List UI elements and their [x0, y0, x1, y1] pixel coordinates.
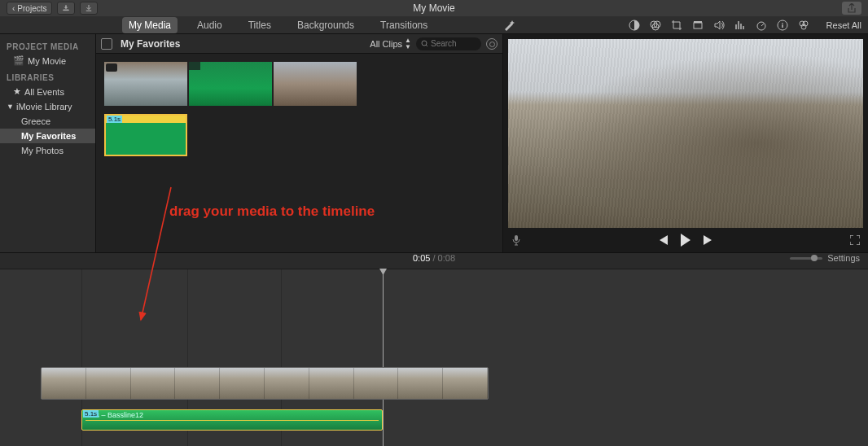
fullscreen-icon — [850, 235, 860, 245]
preview-panel — [503, 34, 868, 252]
timeline-zoom-slider[interactable] — [790, 257, 822, 260]
enhance-wand-button[interactable] — [502, 19, 515, 32]
stabilization-icon[interactable] — [691, 19, 704, 32]
share-button[interactable] — [842, 2, 861, 15]
sidebar-item-library[interactable]: ▼ iMovie Library — [0, 99, 95, 114]
search-icon — [421, 40, 428, 47]
play-button[interactable] — [680, 234, 691, 247]
timeline-body[interactable]: 5.1s 5.1s – Bassline12 — [0, 269, 868, 446]
clips-filter-dropdown[interactable]: All Clips ▲▼ — [370, 37, 411, 50]
timeline-header: 0:05 / 0:08 Settings — [0, 253, 868, 269]
annotation-text: drag your media to the timeline — [169, 203, 375, 220]
clip-thumbnail[interactable] — [189, 62, 272, 106]
audio-waveform — [85, 420, 379, 421]
import-icon — [63, 4, 69, 12]
video-audio-waveform — [42, 399, 488, 400]
search-placeholder: Search — [431, 39, 457, 48]
sidebar-event-greece[interactable]: Greece — [0, 114, 95, 129]
playhead[interactable] — [383, 269, 384, 446]
speed-icon[interactable] — [755, 19, 768, 32]
updown-icon: ▲▼ — [405, 37, 411, 50]
clip-thumbnail[interactable] — [274, 62, 357, 106]
media-browser: My Favorites All Clips ▲▼ Search 5.1s d — [96, 34, 503, 252]
timeline-area: 0:05 / 0:08 Settings 5.1s 5.1s – Basslin… — [0, 252, 868, 446]
sidebar-item-all-events[interactable]: ★ All Events — [0, 84, 95, 99]
fullscreen-button[interactable] — [850, 235, 860, 245]
mic-icon — [511, 234, 521, 246]
crop-icon[interactable] — [670, 19, 683, 32]
clip-duration-tag: 5.1s — [107, 116, 122, 123]
sidebar-header-libraries: LIBRARIES — [0, 68, 95, 84]
voiceover-button[interactable] — [511, 234, 521, 246]
color-balance-icon[interactable] — [628, 19, 641, 32]
preview-viewport[interactable] — [508, 39, 863, 228]
appearance-button[interactable] — [486, 38, 498, 50]
sidebar-item-project[interactable]: 🎬 My Movie — [0, 53, 95, 68]
audio-clip-tag: 5.1s — [83, 410, 99, 418]
noise-reduction-icon[interactable] — [734, 19, 747, 32]
tab-audio[interactable]: Audio — [191, 17, 229, 33]
share-icon — [848, 3, 856, 13]
tab-backgrounds[interactable]: Backgrounds — [291, 17, 361, 33]
color-correction-icon[interactable] — [649, 19, 662, 32]
selected-audio-clip[interactable]: 5.1s — [104, 114, 187, 156]
video-clip[interactable] — [41, 367, 489, 400]
timeline-time-display: 0:05 / 0:08 — [413, 253, 455, 263]
search-field[interactable]: Search — [416, 37, 481, 50]
tab-transitions[interactable]: Transitions — [374, 17, 434, 33]
browser-header: My Favorites All Clips ▲▼ Search — [96, 34, 502, 54]
svg-rect-5 — [694, 21, 702, 23]
tab-row: My Media Audio Titles Backgrounds Transi… — [0, 16, 868, 34]
download-icon — [85, 4, 92, 12]
prev-button[interactable] — [657, 235, 669, 245]
tabs: My Media Audio Titles Backgrounds Transi… — [122, 17, 434, 33]
sidebar: PROJECT MEDIA 🎬 My Movie LIBRARIES ★ All… — [0, 34, 96, 252]
back-to-projects-button[interactable]: ‹Projects — [7, 2, 52, 15]
titlebar: ‹Projects My Movie — [0, 0, 868, 16]
import-button[interactable] — [57, 2, 75, 15]
tab-titles[interactable]: Titles — [242, 17, 278, 33]
info-icon[interactable] — [776, 19, 789, 32]
audio-clip-label: 5.1s – Bassline12 — [82, 410, 382, 420]
list-toggle-button[interactable] — [101, 38, 112, 50]
timeline-settings-button[interactable]: Settings — [827, 253, 860, 263]
tab-my-media[interactable]: My Media — [122, 17, 178, 33]
volume-icon[interactable] — [712, 19, 726, 32]
sidebar-event-favorites[interactable]: My Favorites — [0, 129, 95, 143]
video-track — [41, 367, 489, 404]
reset-all-button[interactable]: Reset All — [826, 20, 861, 30]
sidebar-header-project: PROJECT MEDIA — [0, 37, 95, 53]
adjustment-toolbar: Reset All — [628, 19, 861, 32]
disclosure-triangle-icon[interactable]: ▼ — [7, 103, 13, 111]
clapper-icon: 🎬 — [13, 55, 24, 66]
audio-clip[interactable]: 5.1s 5.1s – Bassline12 — [81, 409, 383, 431]
window-title: My Movie — [413, 2, 454, 14]
svg-rect-12 — [515, 235, 518, 241]
next-button[interactable] — [703, 235, 714, 245]
star-icon: ★ — [13, 86, 21, 97]
preview-controls — [503, 228, 868, 252]
clip-thumbnail[interactable] — [104, 62, 187, 106]
svg-rect-4 — [694, 23, 702, 28]
download-button[interactable] — [80, 2, 98, 15]
clip-thumbnails-row — [96, 54, 502, 109]
filter-icon[interactable] — [797, 19, 810, 32]
browser-title: My Favorites — [121, 38, 180, 50]
sidebar-event-photos[interactable]: My Photos — [0, 143, 95, 158]
